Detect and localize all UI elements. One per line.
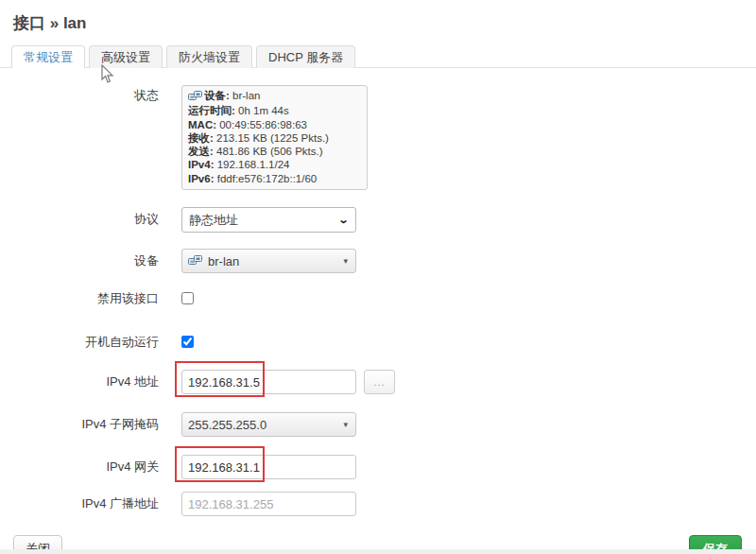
interface-form: 状态 设备: br-lan 运行时间: 0h 1m 44s MAC: 00:49… [0,68,756,516]
status-mac-line: MAC: 00:49:55:86:98:63 [188,118,361,131]
tab-bar: 常规设置 高级设置 防火墙设置 DHCP 服务器 [0,44,756,68]
tab-general-settings[interactable]: 常规设置 [11,45,85,68]
ethernet-bridge-icon [188,254,202,268]
protocol-selected-value: 静态地址 [189,212,238,229]
ipv4-gateway-row: IPv4 网关 [11,455,756,479]
caret-down-icon: ▾ [343,256,348,266]
ethernet-bridge-icon [188,91,202,104]
protocol-label: 协议 [11,207,159,233]
chevron-down-icon: ⌄ [337,214,349,226]
ipv4-broadcast-label: IPv4 广播地址 [11,492,159,516]
device-row: 设备 br-lan ▾ [11,249,756,273]
autostart-row: 开机自动运行 [11,335,756,350]
status-box: 设备: br-lan 运行时间: 0h 1m 44s MAC: 00:49:55… [181,85,368,190]
ipv4-broadcast-input[interactable] [181,492,356,516]
autostart-checkbox[interactable] [181,336,194,348]
ipv4-gateway-label: IPv4 网关 [11,455,159,479]
ipv4-address-label: IPv4 地址 [11,370,159,394]
ipv4-netmask-selected-value: 255.255.255.0 [188,418,266,432]
device-label: 设备 [11,249,159,273]
device-selected-value: br-lan [208,254,239,268]
tab-firewall-settings[interactable]: 防火墙设置 [166,45,252,68]
status-device-line: 设备: br-lan [188,89,361,104]
device-dropdown[interactable]: br-lan ▾ [181,249,356,273]
caret-down-icon: ▾ [343,420,348,429]
ipv4-address-more-button[interactable]: ... [364,370,395,394]
status-rx-line: 接收: 213.15 KB (1225 Pkts.) [188,131,361,145]
page-title: 接口 » lan [13,12,743,34]
status-ipv4-line: IPv4: 192.168.1.1/24 [188,158,361,171]
protocol-select[interactable]: 静态地址 ⌄ [181,207,356,233]
status-ipv6-line: IPv6: fddf:e576:172b::1/60 [188,172,361,185]
status-uptime-line: 运行时间: 0h 1m 44s [188,104,361,117]
ipv4-netmask-label: IPv4 子网掩码 [11,412,159,437]
ipv4-address-input[interactable] [181,370,356,394]
disable-interface-checkbox[interactable] [181,292,194,304]
protocol-row: 协议 静态地址 ⌄ [11,207,756,233]
tab-advanced-settings[interactable]: 高级设置 [89,45,163,68]
disable-interface-row: 禁用该接口 [11,291,756,306]
ipv4-address-row: IPv4 地址 ... [11,370,756,394]
status-tx-line: 发送: 481.86 KB (506 Pkts.) [188,145,361,158]
status-row: 状态 设备: br-lan 运行时间: 0h 1m 44s MAC: 00:49… [11,85,756,190]
autostart-label: 开机自动运行 [11,335,159,350]
ipv4-broadcast-row: IPv4 广播地址 [11,492,756,516]
ipv4-gateway-input[interactable] [181,455,356,479]
bottom-edge-strip [0,549,756,554]
tab-dhcp-server[interactable]: DHCP 服务器 [256,45,355,68]
disable-interface-label: 禁用该接口 [11,291,159,306]
status-label: 状态 [11,85,159,190]
ipv4-netmask-row: IPv4 子网掩码 255.255.255.0 ▾ [11,412,756,437]
header: 接口 » lan [0,0,756,34]
ipv4-netmask-dropdown[interactable]: 255.255.255.0 ▾ [181,412,356,437]
